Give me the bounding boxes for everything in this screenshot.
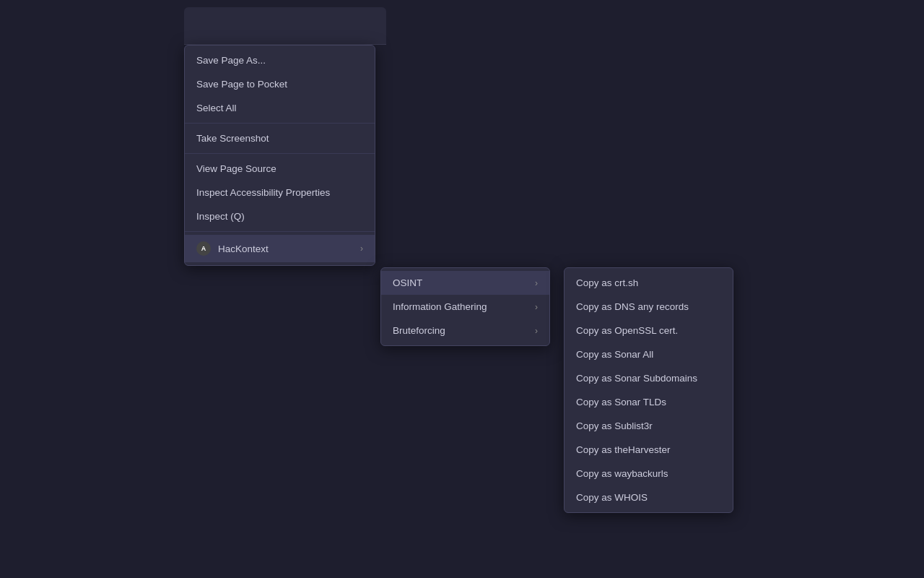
submenu-item-label: Bruteforcing: [393, 325, 445, 336]
context-menu-secondary: OSINT › Information Gathering › Brutefor…: [380, 267, 550, 346]
menu-item-inspect[interactable]: Inspect (Q): [185, 204, 375, 228]
tertiary-item-label: Copy as theHarvester: [576, 444, 671, 455]
tertiary-item-copy-dns-any[interactable]: Copy as DNS any records: [565, 295, 733, 319]
submenu-item-information-gathering[interactable]: Information Gathering ›: [381, 295, 549, 319]
menu-item-save-pocket[interactable]: Save Page to Pocket: [185, 72, 375, 96]
menu-item-label: Select All: [196, 103, 237, 113]
tertiary-item-copy-openssl[interactable]: Copy as OpenSSL cert.: [565, 319, 733, 342]
tertiary-item-label: Copy as Sonar All: [576, 349, 653, 360]
chevron-right-icon: ›: [535, 302, 538, 312]
tertiary-item-copy-whois[interactable]: Copy as WHOIS: [565, 486, 733, 509]
chevron-right-icon: ›: [535, 326, 538, 336]
tertiary-item-copy-sonar-subdomains[interactable]: Copy as Sonar Subdomains: [565, 366, 733, 390]
menu-item-label: Take Screenshot: [196, 133, 269, 144]
tertiary-item-label: Copy as DNS any records: [576, 301, 689, 312]
menu-item-save-page-as[interactable]: Save Page As...: [185, 48, 375, 72]
menu-item-select-all[interactable]: Select All: [185, 96, 375, 120]
menu-item-label: View Page Source: [196, 163, 276, 174]
menu-item-inspect-accessibility[interactable]: Inspect Accessibility Properties: [185, 181, 375, 204]
tertiary-item-label: Copy as Sonar Subdomains: [576, 373, 697, 384]
tertiary-item-copy-harvester[interactable]: Copy as theHarvester: [565, 438, 733, 462]
context-menu-primary: Save Page As...Save Page to PocketSelect…: [184, 45, 375, 266]
tertiary-item-label: Copy as OpenSSL cert.: [576, 325, 678, 336]
menu-item-view-source[interactable]: View Page Source: [185, 157, 375, 181]
browser-toolbar: [184, 7, 386, 45]
menu-item-label: Save Page As...: [196, 55, 266, 66]
tertiary-item-label: Copy as Sublist3r: [576, 420, 653, 431]
menu-item-label: HacKontext: [218, 243, 269, 254]
tertiary-item-label: Copy as Sonar TLDs: [576, 397, 666, 407]
tertiary-item-copy-crtsh[interactable]: Copy as crt.sh: [565, 271, 733, 295]
menu-item-label: Save Page to Pocket: [196, 79, 287, 90]
tertiary-item-copy-sonar-all[interactable]: Copy as Sonar All: [565, 342, 733, 366]
tertiary-item-copy-waybackurls[interactable]: Copy as waybackurls: [565, 462, 733, 486]
tertiary-item-copy-sonar-tlds[interactable]: Copy as Sonar TLDs: [565, 390, 733, 414]
menu-item-take-screenshot[interactable]: Take Screenshot: [185, 126, 375, 150]
menu-separator: [185, 153, 375, 154]
chevron-right-icon: ›: [360, 243, 363, 254]
menu-separator: [185, 123, 375, 124]
menu-item-label: Inspect (Q): [196, 211, 245, 222]
menu-item-hackontext[interactable]: A HacKontext ›: [185, 235, 375, 262]
tertiary-item-label: Copy as waybackurls: [576, 468, 668, 479]
hackontext-icon: A: [196, 241, 211, 256]
submenu-item-label: OSINT: [393, 277, 422, 288]
tertiary-item-label: Copy as WHOIS: [576, 492, 648, 503]
submenu-item-bruteforcing[interactable]: Bruteforcing ›: [381, 319, 549, 342]
submenu-item-osint[interactable]: OSINT ›: [381, 271, 549, 295]
tertiary-item-copy-sublist3r[interactable]: Copy as Sublist3r: [565, 414, 733, 438]
tertiary-item-label: Copy as crt.sh: [576, 277, 638, 288]
submenu-item-label: Information Gathering: [393, 301, 487, 312]
chevron-right-icon: ›: [535, 278, 538, 288]
menu-separator: [185, 231, 375, 232]
menu-item-label: Inspect Accessibility Properties: [196, 187, 330, 198]
context-menu-tertiary: Copy as crt.shCopy as DNS any recordsCop…: [564, 267, 733, 513]
